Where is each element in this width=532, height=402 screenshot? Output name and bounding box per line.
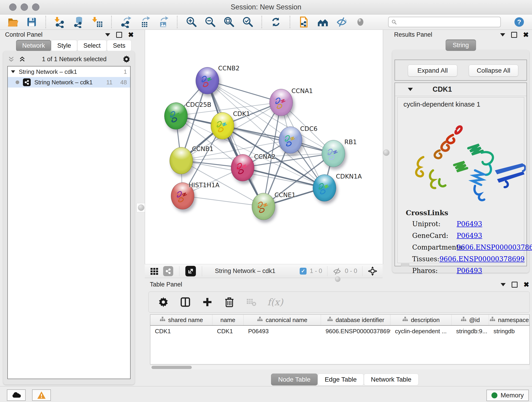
add-column-icon[interactable] <box>201 296 213 308</box>
home-icon[interactable] <box>317 16 329 28</box>
tab-network-table[interactable]: Network Table <box>364 374 418 385</box>
network-node-cdk1[interactable] <box>211 112 234 139</box>
import-network-database-icon[interactable] <box>72 16 85 28</box>
table-options-gear-icon[interactable] <box>157 296 169 308</box>
column-header--id[interactable]: @id <box>452 315 489 325</box>
column-header-name[interactable]: name <box>212 315 244 325</box>
column-header-namespace[interactable]: namespace <box>489 315 530 325</box>
close-panel-icon[interactable]: ✖ <box>523 32 529 37</box>
network-edge[interactable] <box>182 196 263 206</box>
tab-sets[interactable]: Sets <box>107 40 132 51</box>
search-input[interactable] <box>399 18 498 26</box>
zoom-out-icon[interactable] <box>204 16 216 28</box>
left-splitter-grip-icon[interactable] <box>138 204 144 211</box>
crosslink-link[interactable]: P06493 <box>457 232 482 240</box>
tab-style[interactable]: Style <box>51 40 77 51</box>
hidden-items-eye-icon[interactable] <box>332 267 342 276</box>
crosslink-link[interactable]: 9606.ENSP00000378699 <box>457 243 532 251</box>
crosslink-link[interactable]: P06493 <box>457 220 482 228</box>
gene-collapse-icon[interactable] <box>408 88 413 91</box>
export-image-icon[interactable] <box>157 16 170 28</box>
zoom-selected-icon[interactable] <box>241 16 254 28</box>
table-horizontal-scrollbar[interactable] <box>150 365 530 370</box>
network-node-ccna1[interactable] <box>269 89 293 116</box>
open-session-icon[interactable] <box>6 16 19 28</box>
show-columns-icon[interactable] <box>179 296 191 308</box>
panel-menu-icon[interactable] <box>500 33 505 36</box>
table-cell[interactable]: cyclin-dependent ... <box>390 326 452 337</box>
network-canvas[interactable]: CCNB2CCNA1CDC25BCDK1CDC6RB1CCNB1CCNA2CDK… <box>145 30 383 264</box>
share-session-icon[interactable] <box>298 16 310 28</box>
birdseye-view-icon[interactable] <box>367 266 378 276</box>
delete-column-icon[interactable] <box>223 296 235 308</box>
import-table-icon[interactable] <box>91 16 104 28</box>
import-network-file-icon[interactable] <box>53 16 66 28</box>
tab-select[interactable]: Select <box>77 40 107 51</box>
network-node-rb1[interactable] <box>322 140 345 167</box>
export-network-icon[interactable] <box>119 16 132 28</box>
table-cell[interactable]: stringdb:9... <box>452 326 489 337</box>
crosslink-label: Tissues: <box>406 255 439 263</box>
network-row[interactable]: String Network – cdk1 11 48 <box>8 77 130 88</box>
float-panel-icon[interactable] <box>511 32 517 38</box>
tab-network[interactable]: Network <box>16 40 51 51</box>
panel-menu-icon[interactable] <box>500 283 506 286</box>
tab-string[interactable]: String <box>446 39 476 51</box>
collapse-all-icon[interactable] <box>7 55 15 63</box>
right-splitter-grip-icon[interactable] <box>383 149 389 156</box>
results-scrollbar[interactable] <box>401 264 409 266</box>
crosslink-row: Compartments:9606.ENSP00000378699 <box>406 243 519 251</box>
close-panel-icon[interactable]: ✖ <box>128 32 134 37</box>
detach-view-icon[interactable] <box>185 266 196 276</box>
cloud-button[interactable] <box>7 389 26 401</box>
memory-button[interactable]: Memory <box>486 390 529 401</box>
gene-header[interactable]: CDK1 <box>395 83 526 96</box>
network-options-gear-icon[interactable] <box>122 55 131 63</box>
network-node-ccna2[interactable] <box>231 154 254 181</box>
table-cell[interactable]: 9606.ENSP00000378699 <box>321 326 390 337</box>
refresh-icon[interactable] <box>269 16 282 28</box>
column-header-canonical-name[interactable]: canonical name <box>244 315 321 325</box>
table-cell[interactable]: P06493 <box>244 326 321 337</box>
crosslink-link[interactable]: P06493 <box>457 267 482 274</box>
network-node-cdkn1a[interactable] <box>313 174 336 201</box>
preview-eye-icon[interactable] <box>354 16 367 28</box>
single-network-view-icon[interactable] <box>163 266 173 276</box>
search-box[interactable] <box>388 17 501 27</box>
panel-menu-icon[interactable] <box>105 33 110 36</box>
network-node-ccne1[interactable] <box>252 193 275 220</box>
close-panel-icon[interactable]: ✖ <box>524 282 529 287</box>
network-node-ccnb2[interactable] <box>196 67 219 94</box>
collapse-all-button[interactable]: Collapse All <box>469 65 518 77</box>
column-header-database-identifier[interactable]: database identifier <box>321 315 390 325</box>
network-node-cdc6[interactable] <box>279 127 302 153</box>
scrollbar-thumb[interactable] <box>152 366 192 369</box>
tab-edge-table[interactable]: Edge Table <box>317 374 364 385</box>
float-panel-icon[interactable] <box>512 282 518 288</box>
export-table-icon[interactable] <box>138 16 151 28</box>
help-icon[interactable]: ? <box>513 16 526 28</box>
collection-expand-icon[interactable] <box>11 70 15 73</box>
column-header-shared-name[interactable]: shared name <box>150 315 212 325</box>
cloud-icon <box>11 391 21 399</box>
column-header-description[interactable]: description <box>390 315 452 325</box>
table-row[interactable]: CDK1CDK1P064939606.ENSP00000378699cyclin… <box>150 326 530 337</box>
float-panel-icon[interactable] <box>116 32 122 38</box>
network-collection-row[interactable]: String Network – cdk1 1 <box>8 66 130 77</box>
warnings-button[interactable] <box>32 389 51 401</box>
crosslink-link[interactable]: 9606.ENSP00000378699 <box>439 255 525 263</box>
zoom-in-icon[interactable] <box>185 16 198 28</box>
network-node-cdc25b[interactable] <box>164 102 188 129</box>
grid-view-icon[interactable] <box>150 267 159 276</box>
table-cell[interactable]: stringdb <box>489 326 530 337</box>
save-session-icon[interactable] <box>25 16 38 28</box>
expand-all-icon[interactable] <box>18 55 26 63</box>
expand-all-button[interactable]: Expand All <box>408 65 457 77</box>
table-cell[interactable]: CDK1 <box>150 326 212 337</box>
selected-items-checkbox-icon[interactable]: ✓ <box>300 268 307 274</box>
zoom-fit-icon[interactable] <box>222 16 235 28</box>
table-cell[interactable]: CDK1 <box>212 326 244 337</box>
hide-panels-icon[interactable] <box>335 16 348 28</box>
tab-node-table[interactable]: Node Table <box>271 374 317 385</box>
network-node-ccnb1[interactable] <box>170 147 193 174</box>
